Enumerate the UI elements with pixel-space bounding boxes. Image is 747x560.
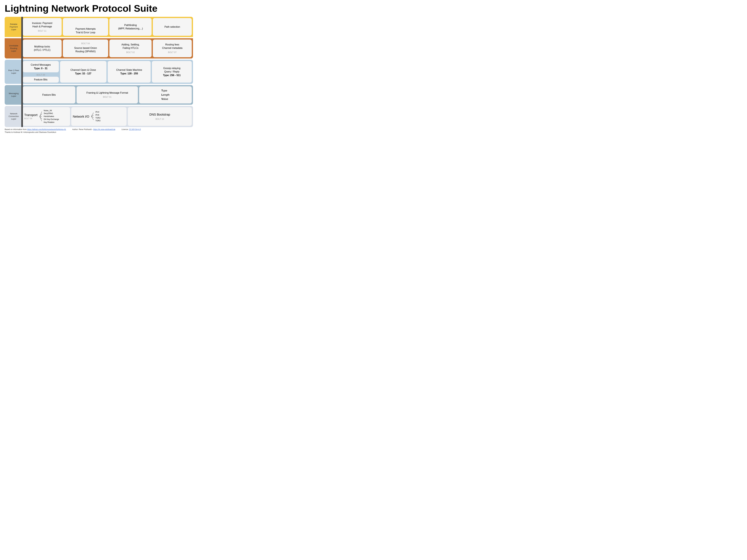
transport-item-4: DH Key Exchange <box>44 118 59 121</box>
htlc-card: Adding, Settling,Failing HTLCs BOLT 02 <box>109 39 152 57</box>
htlc-title: Adding, Settling,Failing HTLCs <box>121 43 139 50</box>
network-connection-cards: Transport BOLT 08 Noise_XK Secp256k1 Han… <box>23 107 192 126</box>
chan-open-title: Channel Open & Close <box>71 68 96 72</box>
framing-title: Framing & Lightning Message Format <box>86 91 128 95</box>
unreliable-routing-cards: Multihop locks(HTLC / PTLC) BOLT 04 Sour… <box>23 39 192 57</box>
control-msg-title: Control Messages <box>31 63 51 66</box>
transport-item-5: Key Rotation <box>44 121 54 124</box>
chan-state-card: Channel State Machine Type: 128 - 255 <box>108 61 151 83</box>
network-connection-label: NetworkConnectionLayer <box>6 107 22 126</box>
path-selection-title: Path selection <box>164 25 180 29</box>
reliable-payment-label: ReliablePaymentLayer <box>6 18 22 36</box>
feature-bits-p2p-card: Feature Bits <box>23 77 59 83</box>
peer2peer-row: Peer 2 PeerLayer Control Messages Type: … <box>5 60 193 84</box>
network-io-tor2: TOR2 <box>95 117 100 119</box>
dns-title: DNS Bootstrap <box>149 112 170 117</box>
github-link[interactable]: https://github.com/lightningnetwork/ligh… <box>27 128 66 131</box>
transport-items: Noise_XK Secp256k1 Handshakes DH Key Exc… <box>44 109 59 124</box>
bolt04-sub: BOLT 04 <box>81 42 90 45</box>
bolt11-card: Invoices: PaymentHash & Preimage BOLT 11 <box>23 18 61 36</box>
networkio-branch-icon <box>91 111 94 122</box>
peer2peer-label: Peer 2 PeerLayer <box>6 61 22 83</box>
messaging-row: MessagingLayer Feature Bits Framing & Li… <box>5 85 193 105</box>
vertical-bar <box>21 17 23 127</box>
chan-state-title: Channel State Machine <box>116 68 142 72</box>
bolt04-top-title: Payment AttemptsTrial & Error Loop <box>76 27 96 34</box>
reliable-payment-row: ReliablePaymentLayer Invoices: PaymentHa… <box>5 17 193 37</box>
pathfinding-card: Pathfinding(MPP, Rebalancing,...) <box>109 18 152 36</box>
multihop-card: Multihop locks(HTLC / PTLC) <box>23 39 61 57</box>
network-io-tor3: TOR3 <box>95 119 100 122</box>
feature-bits-card: Feature Bits <box>23 86 75 103</box>
licence-link[interactable]: CC-BY-SA 4.0 <box>129 128 141 131</box>
network-io-ipv6: IPv6 <box>95 114 99 116</box>
bolt09-label: BOLT 09 <box>23 73 59 76</box>
footer: Based on information from https://github… <box>5 128 193 133</box>
framing-card: Framing & Lightning Message Format BOLT … <box>77 86 138 103</box>
peer2peer-cards: Control Messages Type: 0 - 31 BOLT 09 Fe… <box>23 61 192 83</box>
gossip-type: Type: 256 - 511 <box>163 74 181 77</box>
network-connection-row: NetworkConnectionLayer Transport BOLT 08… <box>5 106 193 127</box>
multihop-title: Multihop locks(HTLC / PTLC) <box>34 45 51 52</box>
reliable-payment-cards: Invoices: PaymentHash & Preimage BOLT 11… <box>23 18 192 36</box>
bolt04-card: Payment AttemptsTrial & Error Loop <box>63 18 108 36</box>
tlv-content: Type Length Value <box>161 88 170 101</box>
chan-open-card: Channel Open & Close Type: 32 - 127 <box>60 61 106 83</box>
bolt02-sub: BOLT 02 <box>126 51 135 54</box>
unreliable-routing-label: UnreliableRoutingLayer <box>6 39 22 57</box>
author-link[interactable]: https://ln.rene-pickhardt.de <box>93 128 115 131</box>
path-selection-card: Path selection <box>153 18 192 36</box>
gossip-title: Gossip relayingQuery / Reply <box>163 66 180 74</box>
transport-branch-icon <box>39 110 42 123</box>
pathfinding-title: Pathfinding(MPP, Rebalancing,...) <box>118 24 143 30</box>
p2p-left-col: Control Messages Type: 0 - 31 BOLT 09 Fe… <box>23 61 59 83</box>
gossip-card: Gossip relayingQuery / Reply Type: 256 -… <box>152 61 192 83</box>
transport-item-1: Noise_XK <box>44 109 52 112</box>
network-io-ipv4: IPv4 <box>95 111 99 113</box>
chan-open-type: Type: 32 - 127 <box>75 72 92 75</box>
bolt01-sub: BOLT 01 <box>103 96 111 99</box>
bolt04-bottom-card: BOLT 04 Source based OnionRouting (SPHIN… <box>63 39 108 57</box>
unreliable-routing-row: UnreliableRoutingLayer Multihop locks(HT… <box>5 38 193 58</box>
bolt07-sub: BOLT 07 <box>168 51 177 54</box>
sphinx-title: Source based OnionRouting (SPHINX) <box>74 46 97 53</box>
footer-thanks: Thanks to Andreas M. Antonopoulos and Ol… <box>5 131 193 133</box>
routing-fees-title: Routing feesChannel metadata <box>162 43 183 50</box>
footer-row1: Based on information from https://github… <box>5 128 193 131</box>
network-io-title: Network I/O <box>73 114 89 119</box>
feature-bits-title: Feature Bits <box>42 93 56 97</box>
transport-title-group: Transport BOLT 08 <box>24 113 37 120</box>
bolt11-sub: BOLT 11 <box>38 29 47 32</box>
bolt10-sub: BOLT 10 <box>155 117 164 121</box>
dns-bootstrap-card: DNS Bootstrap BOLT 10 <box>128 107 192 126</box>
network-io-items: IPv4 IPv6 TOR2 TOR3 <box>95 111 100 122</box>
transport-card: Transport BOLT 08 Noise_XK Secp256k1 Han… <box>23 107 70 126</box>
transport-item-2: Secp256k1 <box>44 112 53 115</box>
transport-sub: BOLT 08 <box>24 117 32 120</box>
transport-title: Transport <box>24 113 37 117</box>
control-msg-type: Type: 0 - 31 <box>34 67 48 70</box>
footer-based-on: Based on information from https://github… <box>5 128 66 131</box>
footer-licence: Licence: CC-BY-SA 4.0 <box>122 128 141 131</box>
svg-line-4 <box>40 116 42 121</box>
footer-author: Author: Rene Pickhardt - https://ln.rene… <box>72 128 115 131</box>
page-title: Lightning Network Protocol Suite <box>5 3 193 14</box>
diagram-container: ReliablePaymentLayer Invoices: PaymentHa… <box>5 17 193 127</box>
chan-state-type: Type: 128 - 255 <box>120 72 138 75</box>
network-io-card: Network I/O IPv4 IPv6 TOR2 TOR3 <box>71 107 127 126</box>
bolt11-title: Invoices: PaymentHash & Preimage <box>32 22 52 28</box>
routing-fees-card: Routing feesChannel metadata BOLT 07 <box>153 39 192 57</box>
messaging-label: MessagingLayer <box>6 86 22 103</box>
transport-item-3: Handshakes <box>44 115 54 118</box>
control-messages-card: Control Messages Type: 0 - 31 <box>23 61 59 72</box>
tlv-card: Type Length Value <box>139 86 192 103</box>
messaging-cards: Feature Bits Framing & Lightning Message… <box>23 86 192 103</box>
